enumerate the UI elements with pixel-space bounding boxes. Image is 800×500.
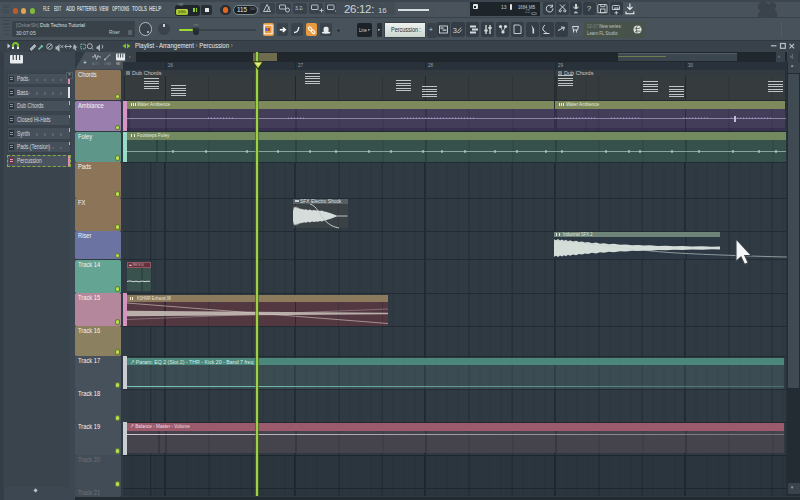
- svg-text:3: 3: [453, 26, 457, 35]
- svg-text:?: ?: [587, 4, 592, 13]
